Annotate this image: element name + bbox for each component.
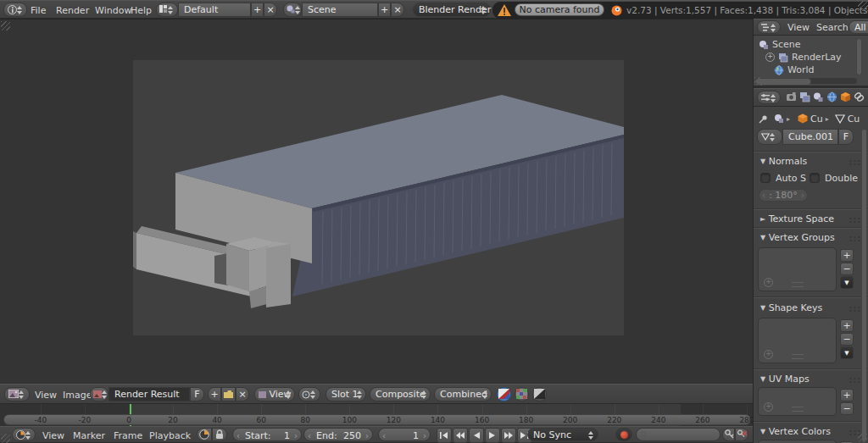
view-mode-dropdown[interactable]: View [254,387,295,401]
menu-frame[interactable]: Frame [114,430,142,441]
menu-view[interactable]: View [35,390,57,401]
draw-zbuffer-toggle[interactable] [532,387,547,401]
area-corner-grip[interactable] [754,77,763,86]
vertex-groups-list[interactable]: + [758,247,837,291]
mesh-datablock-button[interactable] [757,129,782,145]
delete-keyframe-button[interactable] [735,428,748,441]
pass-dropdown[interactable]: Combined [434,387,492,401]
play-button[interactable] [485,428,500,443]
decrement-arrow[interactable]: ‹ [308,429,311,442]
draw-rgba-toggle[interactable] [497,387,511,401]
remove-shape-key-button[interactable]: − [840,333,854,346]
editor-type-button-outliner[interactable] [757,20,781,34]
pivot-dropdown[interactable] [298,387,320,401]
panel-drag-grip[interactable] [849,217,861,224]
panel-header-shape-keys[interactable]: ▼ Shape Keys [760,302,822,313]
editor-type-button-properties[interactable] [757,91,781,104]
slot-dropdown[interactable]: Slot 1 [326,387,366,401]
add-shape-key-button[interactable]: + [840,319,854,332]
layer-dropdown[interactable]: Composite [370,387,431,401]
tab-constraints-icon[interactable] [854,91,865,102]
editor-type-button-image[interactable] [4,387,30,401]
outliner-vertical-scrollbar[interactable] [856,38,862,75]
auto-smooth-checkbox[interactable] [760,173,771,183]
menu-help[interactable]: Help [131,5,152,16]
record-button[interactable] [615,428,632,441]
menu-marker[interactable]: Marker [73,430,105,441]
menu-file[interactable]: File [31,5,46,16]
render-engine-dropdown[interactable]: Blender Render [413,3,491,17]
editor-type-button-info[interactable] [3,3,27,17]
fake-user-button[interactable]: F [190,387,204,401]
menu-playback[interactable]: Playback [149,430,191,441]
play-reverse-button[interactable] [469,428,484,443]
tab-render-icon[interactable] [786,91,797,102]
list-resize-grip[interactable] [792,354,804,359]
outliner-hscroll-track[interactable] [755,78,857,84]
tab-render-layers-icon[interactable] [799,91,810,102]
increment-arrow[interactable]: › [365,429,369,442]
scene-selector-button[interactable] [283,3,302,17]
list-resize-grip[interactable] [792,407,804,412]
image-editor-area[interactable] [0,19,753,384]
panel-header-vertex-colors[interactable]: ▼ Vertex Colors [760,426,831,437]
draw-alpha-toggle[interactable] [515,387,529,401]
frame-start-field[interactable]: ‹ Start: 1 › [232,428,302,441]
increment-arrow[interactable]: › [423,429,426,442]
remove-uv-map-button[interactable]: − [840,402,854,415]
tab-world-icon[interactable] [826,91,837,102]
screen-layout-button[interactable] [156,3,178,17]
frame-end-field[interactable]: ‹ End: 250 › [303,428,373,441]
panel-drag-grip[interactable] [849,377,861,384]
properties-vertical-scrollbar[interactable] [861,129,867,442]
editor-type-button-timeline[interactable] [12,428,36,441]
sync-mode-dropdown[interactable]: No Sync [527,428,598,441]
breadcrumb-data-label[interactable]: Cu [848,114,860,125]
outliner-horizontal-scrollbar[interactable] [755,78,811,86]
timeline-canvas[interactable]: -40-200204060801001201401601802002202402… [0,404,753,426]
double-sided-checkbox[interactable] [810,173,820,183]
next-keyframe-button[interactable] [501,428,516,443]
current-frame-field[interactable]: ‹ 1 › [378,428,431,441]
mesh-data-icon[interactable] [835,114,845,124]
menu-window[interactable]: Window [95,5,131,16]
tab-scene-icon[interactable] [813,91,824,102]
screen-layout-name[interactable]: Default [178,3,251,17]
add-uv-map-button[interactable]: + [840,389,854,401]
menu-image[interactable]: Image [63,390,92,401]
breadcrumb-object-label[interactable]: Cu [810,114,823,125]
prev-keyframe-button[interactable] [453,428,468,443]
area-corner-grip[interactable] [1,434,10,443]
panel-header-texture-space[interactable]: ► Texture Space [760,213,834,224]
vertex-group-specials-button[interactable]: ▼ [840,276,854,289]
image-datablock-button[interactable] [90,387,108,401]
lock-toggle[interactable] [212,428,227,441]
vertex-colors-list[interactable] [758,440,837,443]
area-corner-grip[interactable] [858,1,868,11]
jump-start-button[interactable] [437,428,452,443]
panel-drag-grip[interactable] [849,306,861,313]
panel-drag-grip[interactable] [849,235,861,242]
menu-view[interactable]: View [42,430,64,441]
decrement-arrow[interactable]: ‹ [382,429,386,442]
display-filter-dropdown[interactable]: All Sc [849,20,868,34]
menu-render[interactable]: Render [56,5,89,16]
menu-search[interactable]: Search [816,22,849,33]
scene-icon[interactable] [774,114,784,124]
panel-drag-grip[interactable] [849,159,861,166]
increment-arrow[interactable]: › [294,429,298,442]
add-scene-button[interactable]: + [378,3,391,17]
datablock-name-field[interactable]: Cube.001 [782,129,838,145]
uv-maps-list[interactable]: + [758,387,837,416]
keying-set-field[interactable] [636,428,721,441]
insert-keyframe-button[interactable] [722,428,735,441]
outliner-item-renderlayer[interactable]: + RenderLay [765,52,842,63]
shape-keys-list[interactable]: + [758,318,837,363]
new-image-button[interactable]: + [208,387,221,401]
object-cube-icon[interactable] [798,114,808,124]
panel-header-normals[interactable]: ▼ Normals [760,156,807,167]
add-screen-button[interactable]: + [251,3,264,17]
shape-key-specials-button[interactable]: ▼ [840,346,854,359]
outliner-item-scene[interactable]: Scene [759,39,801,50]
tab-object-icon[interactable] [840,91,851,102]
